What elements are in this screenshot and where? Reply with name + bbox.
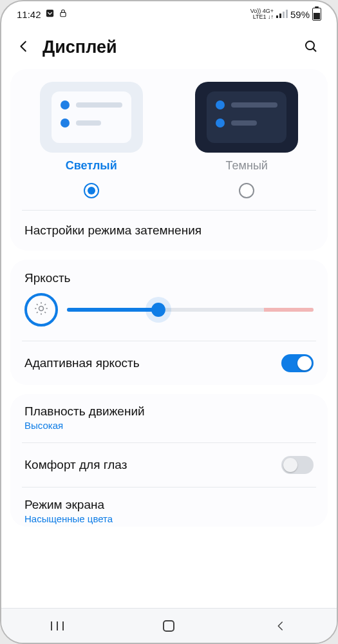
display-options-card: Плавность движений Высокая Комфорт для г…	[10, 394, 328, 527]
dot-icon	[61, 100, 70, 109]
signal-icon	[276, 9, 288, 20]
brightness-card: Яркость	[10, 260, 328, 385]
expand-icon	[45, 8, 55, 20]
adaptive-brightness-row[interactable]: Адаптивная яркость	[10, 341, 328, 385]
screen-mode-value: Насыщенные цвета	[24, 513, 314, 524]
theme-preview-inner	[207, 91, 286, 143]
dot-icon	[216, 118, 225, 128]
network-label: Vo)) 4G+ LTE1 ↓↑	[250, 8, 274, 20]
svg-point-6	[306, 41, 314, 50]
svg-line-14	[44, 312, 46, 313]
svg-rect-5	[286, 10, 288, 18]
svg-line-16	[44, 304, 46, 305]
motion-smoothness-label: Плавность движений	[24, 404, 314, 419]
svg-rect-20	[164, 621, 174, 631]
eye-comfort-toggle[interactable]	[281, 456, 314, 474]
nav-recents-button[interactable]	[38, 616, 77, 636]
back-icon[interactable]	[17, 39, 31, 56]
device-frame: 11:42 Vo)) 4G+ LTE1 ↓↑ 59% Дисплей	[0, 0, 338, 644]
status-time: 11:42	[17, 9, 41, 20]
brightness-icon-highlight	[24, 293, 58, 327]
theme-preview-light	[40, 82, 143, 153]
dark-mode-settings-label: Настройки режима затемнения	[24, 223, 202, 238]
theme-row: Светлый Темный	[10, 69, 328, 210]
header: Дисплей	[1, 23, 337, 69]
battery-icon	[312, 8, 321, 21]
theme-option-light[interactable]: Светлый	[17, 82, 166, 198]
svg-line-15	[37, 312, 38, 313]
status-bar: 11:42 Vo)) 4G+ LTE1 ↓↑ 59%	[1, 1, 337, 23]
motion-smoothness-value: Высокая	[24, 420, 314, 431]
slider-track-warning	[264, 308, 314, 312]
network-bottom: LTE1 ↓↑	[250, 14, 274, 20]
nav-home-button[interactable]	[149, 616, 188, 636]
screen-mode-label: Режим экрана	[24, 498, 314, 512]
lock-icon	[59, 8, 68, 20]
svg-rect-2	[276, 15, 278, 18]
adaptive-brightness-toggle[interactable]	[281, 354, 314, 372]
sun-icon	[33, 300, 50, 319]
theme-label-light: Светлый	[66, 159, 117, 173]
theme-preview-dark	[195, 82, 298, 153]
svg-point-8	[39, 307, 44, 311]
navigation-bar	[1, 608, 337, 643]
nav-back-button[interactable]	[261, 616, 300, 636]
svg-rect-1	[60, 12, 65, 16]
theme-label-dark: Темный	[226, 159, 268, 173]
screen-mode-row[interactable]: Режим экрана Насыщенные цвета	[10, 488, 328, 527]
theme-card: Светлый Темный Настройки режима	[10, 69, 328, 251]
theme-radio-light[interactable]	[84, 183, 99, 198]
dot-icon	[216, 100, 225, 109]
dark-mode-settings-row[interactable]: Настройки режима затемнения	[10, 211, 328, 251]
content-scroll[interactable]: Светлый Темный Настройки режима	[1, 69, 337, 600]
slider-thumb[interactable]	[151, 303, 165, 317]
theme-preview-inner	[52, 91, 131, 143]
eye-comfort-row[interactable]: Комфорт для глаз	[10, 443, 328, 487]
theme-radio-dark[interactable]	[239, 183, 254, 198]
adaptive-brightness-label: Адаптивная яркость	[24, 356, 140, 370]
brightness-row	[24, 293, 314, 327]
svg-line-7	[313, 48, 316, 52]
brightness-section: Яркость	[10, 260, 328, 341]
battery-percent: 59%	[290, 9, 310, 20]
dot-icon	[61, 118, 70, 128]
eye-comfort-label: Комфорт для глаз	[24, 458, 127, 472]
page-title: Дисплей	[42, 37, 292, 57]
theme-option-dark[interactable]: Темный	[173, 82, 322, 198]
status-left: 11:42	[17, 8, 68, 20]
brightness-label: Яркость	[24, 271, 314, 285]
slider-fill	[67, 308, 158, 312]
svg-rect-3	[279, 14, 281, 18]
svg-rect-0	[46, 10, 53, 17]
svg-rect-4	[283, 12, 285, 18]
status-right: Vo)) 4G+ LTE1 ↓↑ 59%	[250, 8, 321, 21]
svg-line-13	[37, 304, 38, 305]
motion-smoothness-row[interactable]: Плавность движений Высокая	[10, 394, 328, 442]
search-icon[interactable]	[303, 39, 319, 57]
brightness-slider[interactable]	[67, 302, 314, 317]
